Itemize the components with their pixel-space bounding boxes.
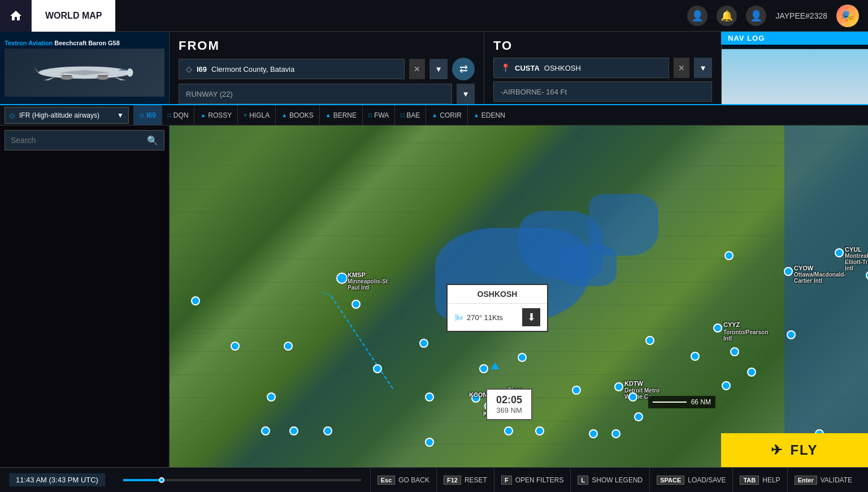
shortcut-back[interactable]: Esc GO BACK (370, 468, 436, 493)
username: JAYPEE#2328 (775, 11, 827, 20)
user-icon[interactable]: 👤 (746, 6, 766, 26)
marker-1[interactable] (191, 296, 200, 305)
marker-17[interactable] (518, 353, 527, 362)
search-box[interactable]: 🔍 (5, 130, 164, 150)
waypoint-rossy[interactable]: ▲ ROSSY (194, 105, 237, 125)
shortcut-legend[interactable]: L SHOW LEGEND (570, 468, 649, 493)
marker-2[interactable] (231, 342, 240, 351)
to-clear-button[interactable]: ✕ (674, 58, 689, 78)
to-pin-icon: 📍 (501, 63, 510, 72)
airways-select[interactable]: ◇ IFR (High-altitude airways) ▼ (5, 107, 129, 124)
left-sidebar: 🔍 (0, 126, 170, 467)
from-dropdown-button[interactable]: ▼ (429, 59, 448, 79)
airport-cyul[interactable] (835, 248, 844, 257)
marker-14[interactable] (479, 364, 488, 373)
from-clear-button[interactable]: ✕ (409, 59, 425, 79)
from-panel: FROM ◇ I69 Clermont County, Batavia ✕ ▼ … (170, 32, 484, 104)
marker-11[interactable] (425, 392, 434, 402)
search-input[interactable] (11, 136, 147, 145)
bell-icon[interactable]: 🔔 (717, 6, 737, 26)
shortcut-reset[interactable]: F12 RESET (436, 468, 494, 493)
marker-27[interactable] (730, 347, 739, 356)
airport-kcon[interactable] (471, 394, 480, 403)
waypoint-triangle5-icon: ▲ (474, 112, 479, 118)
fly-icon: ✈ (771, 442, 783, 458)
airport-cyow[interactable] (784, 267, 793, 276)
pin-icon: ◇ (186, 64, 192, 74)
svg-marker-4 (33, 66, 38, 72)
home-button[interactable] (0, 0, 32, 32)
nav-log-bar[interactable]: NAV LOG (721, 32, 868, 45)
fly-label: FLY (790, 442, 818, 458)
svg-point-6 (96, 75, 108, 79)
key-f12: F12 (444, 476, 461, 485)
waypoint-berne[interactable]: ▲ BERNE (319, 105, 362, 125)
fly-button[interactable]: ✈ FLY (721, 433, 868, 467)
from-airport-input[interactable]: ◇ I69 Clermont County, Batavia (179, 59, 405, 79)
time-display: 11:43 AM (3:43 PM UTC) (9, 473, 105, 486)
marker-20[interactable] (572, 386, 581, 395)
key-l: L (578, 476, 588, 485)
key-space: SPACE (657, 476, 684, 485)
oshkosh-body: 🌬️ 270° 11Kts ⬇ (448, 304, 547, 331)
shortcut-validate[interactable]: Enter VALIDATE (787, 468, 859, 493)
swap-button[interactable]: ⇄ (452, 58, 475, 80)
marker-10[interactable] (419, 339, 428, 348)
waypoint-edenn[interactable]: ▲ EDENN (467, 105, 511, 125)
waypoint-square2-icon: □ (368, 112, 372, 118)
marker-22[interactable] (628, 392, 637, 402)
marker-26[interactable] (724, 251, 734, 260)
runway-input[interactable]: RUNWAY (22) (179, 84, 452, 104)
waypoint-dqn[interactable]: □ DQN (162, 105, 194, 125)
marker-8[interactable] (351, 300, 361, 309)
marker-9[interactable] (373, 364, 382, 373)
marker-6[interactable] (284, 342, 293, 351)
avatar[interactable]: 🎭 (836, 5, 859, 27)
marker-24[interactable] (645, 336, 654, 345)
marker-28[interactable] (747, 368, 756, 377)
marker-45[interactable] (267, 392, 276, 402)
marker-51[interactable] (722, 381, 731, 390)
marker-3[interactable] (261, 426, 270, 435)
marker-5[interactable] (289, 426, 298, 435)
flight-distance: 369 NM (496, 406, 522, 415)
marker-21[interactable] (589, 429, 598, 438)
to-airport-input[interactable]: 📍 CUSTA OSHKOSH (493, 58, 669, 78)
waypoint-higla[interactable]: + HIGLA (237, 105, 275, 125)
map-container[interactable]: KMSP Minneapolis-StPaul Intl KSTL Lamber… (170, 126, 868, 467)
airport-cyyz[interactable] (713, 323, 722, 333)
nm-scale: 66 NM (648, 396, 715, 408)
shortcut-help[interactable]: TAB HELP (732, 468, 787, 493)
marker-18[interactable] (535, 426, 544, 435)
waypoint-books[interactable]: ▲ BOOKS (275, 105, 319, 125)
airport-kmsp[interactable] (336, 273, 348, 284)
waypoint-i69[interactable]: ◇ I69 (133, 105, 162, 125)
waypoint-bae[interactable]: □ BAE (394, 105, 426, 125)
waypoint-square-icon: □ (168, 112, 171, 118)
flight-conditions-panel: FLIGHT CONDITIONS NAV LOG (721, 32, 868, 104)
marker-7[interactable] (323, 426, 332, 435)
key-f: F (501, 476, 512, 485)
key-esc: Esc (377, 476, 396, 485)
marker-23[interactable] (634, 412, 643, 421)
profile-icon[interactable]: 👤 (687, 6, 708, 26)
waypoint-corir[interactable]: ▲ CORIR (426, 105, 467, 125)
time-progress-bar (123, 479, 159, 481)
airport-kdtw[interactable] (614, 382, 623, 391)
marker-25[interactable] (691, 352, 700, 361)
marker-29[interactable] (787, 330, 796, 339)
runway-dropdown-button[interactable]: ▼ (457, 84, 475, 104)
shortcut-loadsave[interactable]: SPACE LOAD/SAVE (649, 468, 732, 493)
key-enter: Enter (795, 476, 817, 485)
marker-15[interactable] (504, 426, 513, 435)
waypoint-fwa[interactable]: □ FWA (362, 105, 394, 125)
flight-time: 02:05 (496, 394, 522, 406)
time-distance-popup: 02:05 369 NM (486, 389, 532, 420)
shortcut-filters[interactable]: F OPEN FILTERS (494, 468, 571, 493)
to-dropdown-button[interactable]: ▼ (694, 58, 712, 78)
search-icon: 🔍 (147, 135, 158, 146)
marker-12[interactable] (425, 438, 434, 447)
triangle-marker-1[interactable] (491, 362, 499, 369)
marker-50[interactable] (611, 429, 620, 438)
airways-bar: ◇ IFR (High-altitude airways) ▼ ◇ I69 □ … (0, 105, 868, 126)
